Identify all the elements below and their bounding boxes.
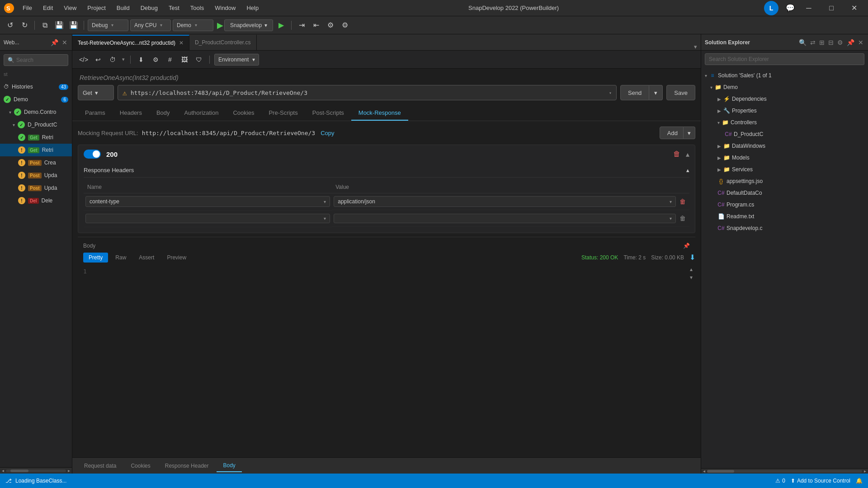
empty-value-input[interactable]: ▾ — [334, 214, 676, 223]
sol-defaultdata-item[interactable]: C# DefaultDataCo — [701, 187, 868, 199]
url-input[interactable]: ⚠ https://localhost:7483/api/D_Product/R… — [118, 85, 617, 100]
histories-item[interactable]: ⏱ Histories 43 — [0, 80, 72, 93]
bottom-tab-response-header[interactable]: Response Header — [159, 460, 215, 472]
body-tab-pretty[interactable]: Pretty — [83, 253, 108, 263]
tab-cookies[interactable]: Cookies — [226, 106, 261, 121]
url-dropdown-arrow[interactable]: ▾ — [609, 90, 612, 95]
body-tab-raw[interactable]: Raw — [110, 253, 132, 263]
settings-icon[interactable]: ⚙ — [150, 54, 161, 66]
body-tab-preview[interactable]: Preview — [161, 253, 192, 263]
sol-appsettings-item[interactable]: {} appsettings.jso — [701, 175, 868, 187]
menu-window[interactable]: Window — [210, 3, 240, 13]
sol-close-icon[interactable]: ✕ — [857, 38, 864, 47]
sol-scrollbar-thumb[interactable] — [707, 470, 734, 473]
resp-headers-title[interactable]: Response Headers ▴ — [84, 163, 689, 178]
body-tab-assert[interactable]: Assert — [133, 253, 160, 263]
tab-authorization[interactable]: Authorization — [177, 106, 226, 121]
environment-dropdown[interactable]: Environment ▾ — [214, 54, 259, 66]
sol-settings-icon[interactable]: ⚙ — [836, 38, 844, 47]
sol-expand-icon[interactable]: ⊞ — [818, 38, 826, 47]
api-item-5[interactable]: ! Del Dele — [0, 194, 72, 207]
sidebar-close-icon[interactable]: ✕ — [61, 38, 68, 47]
demo-item[interactable]: ✓ Demo 6 — [0, 93, 72, 106]
api-item-2[interactable]: ! Post Crea — [0, 156, 72, 169]
menu-debug[interactable]: Debug — [136, 3, 162, 13]
copy-button[interactable]: Copy — [321, 130, 334, 136]
bottom-tab-request-data[interactable]: Request data — [78, 460, 123, 472]
demo-controller-item[interactable]: ▾ ✓ Demo.Contro — [0, 106, 72, 118]
menu-tools[interactable]: Tools — [186, 3, 208, 13]
tool-4[interactable]: ⚙ — [339, 19, 351, 32]
save-button[interactable]: Save — [666, 85, 695, 100]
add-dropdown[interactable]: ▾ — [684, 127, 695, 139]
api-item-3[interactable]: ! Post Upda — [0, 169, 72, 182]
project-dropdown[interactable]: Demo ▾ — [173, 19, 213, 31]
tool-1[interactable]: ⇥ — [295, 19, 308, 32]
platform-dropdown[interactable]: Any CPU ▾ — [130, 19, 171, 31]
left-search-box[interactable]: 🔍 Search — [4, 54, 68, 66]
sol-collapse-icon[interactable]: ⊟ — [827, 38, 835, 47]
sol-demo-item[interactable]: ▾ 📁 Demo — [701, 81, 868, 93]
sol-controllers-item[interactable]: ▾ 📁 Controllers — [701, 117, 868, 128]
menu-help[interactable]: Help — [242, 3, 263, 13]
sol-sync-icon[interactable]: ⇄ — [809, 38, 816, 47]
sidebar-pin-icon[interactable]: 📌 — [50, 38, 59, 47]
status-branch-icon[interactable]: ⎇ — [5, 478, 12, 484]
source-control-button[interactable]: ⬆ Add to Source Control — [791, 478, 850, 484]
sol-program-item[interactable]: C# Program.cs — [701, 199, 868, 211]
menu-edit[interactable]: Edit — [38, 3, 57, 13]
tab-pre-scripts[interactable]: Pre-Scripts — [261, 106, 305, 121]
sol-scroll-right[interactable]: ▸ — [864, 469, 866, 474]
response-toggle[interactable] — [84, 150, 101, 159]
photo-icon[interactable]: 🖼 — [179, 54, 190, 66]
api-item-1[interactable]: ! Get Retri — [0, 144, 72, 156]
close-button[interactable]: ✕ — [844, 0, 864, 16]
import-icon[interactable]: ⬇ — [135, 54, 147, 66]
body-scroll-down[interactable]: ▾ — [688, 273, 694, 282]
save-all-icon[interactable]: 💾 — [67, 19, 80, 32]
collapse-response-icon[interactable]: ▴ — [686, 150, 689, 159]
minimize-button[interactable]: ─ — [798, 0, 819, 16]
tab-test[interactable]: Test-RetrieveOneAsync...nt32 productid) … — [72, 35, 189, 50]
api-item-0[interactable]: ✓ Get Retri — [0, 131, 72, 144]
menu-file[interactable]: File — [18, 3, 37, 13]
tool-3[interactable]: ⚙ — [324, 19, 337, 32]
tab-mock-response[interactable]: Mock-Response — [351, 106, 408, 121]
sol-solution-item[interactable]: ▾ ≡ Solution 'Sales' (1 of 1 — [701, 70, 868, 81]
response-header-200[interactable]: 200 🗑 ▴ — [78, 145, 695, 163]
sol-search-icon[interactable]: 🔍 — [798, 38, 807, 47]
tab-post-scripts[interactable]: Post-Scripts — [305, 106, 351, 121]
send-dropdown[interactable]: ▾ — [649, 85, 663, 100]
sol-dependencies-item[interactable]: ▶ ⚡ Dependencies — [701, 93, 868, 105]
menu-project[interactable]: Project — [83, 3, 110, 13]
content-type-value-input[interactable]: application/json ▾ — [334, 196, 676, 207]
sol-snapdevelop-item[interactable]: C# Snapdevelop.c — [701, 222, 868, 234]
body-pin-icon[interactable]: 📌 — [683, 243, 690, 249]
api-item-4[interactable]: ! Post Upda — [0, 182, 72, 194]
hash-icon[interactable]: # — [164, 54, 176, 66]
empty-name-input[interactable]: ▾ — [85, 214, 330, 223]
undo-icon[interactable]: ↩ — [92, 54, 104, 66]
sol-datawindows-item[interactable]: ▶ 📁 DataWindows — [701, 140, 868, 152]
sol-services-item[interactable]: ▶ 📁 Services — [701, 164, 868, 175]
run-btn-2[interactable]: ▶ — [275, 19, 288, 32]
sol-dproduct-item[interactable]: C# D_ProductC — [701, 128, 868, 140]
tab-headers[interactable]: Headers — [113, 106, 149, 121]
debug-config-dropdown[interactable]: Debug ▾ — [88, 19, 128, 31]
clock-icon[interactable]: ⏱ — [107, 54, 118, 66]
scroll-left-icon[interactable]: ◂ — [2, 468, 4, 473]
status-errors[interactable]: ⚠ 0 — [775, 478, 785, 484]
tool-2[interactable]: ⇤ — [310, 19, 322, 32]
delete-empty-header-icon[interactable]: 🗑 — [678, 213, 688, 224]
sol-pin-icon[interactable]: 📌 — [846, 38, 855, 47]
save-icon[interactable]: 💾 — [53, 19, 66, 32]
code-view-icon[interactable]: </> — [78, 54, 90, 66]
sol-models-item[interactable]: ▶ 📁 Models — [701, 152, 868, 164]
chat-icon[interactable]: 💬 — [784, 2, 797, 14]
sol-search-box[interactable]: Search Solution Explorer — [705, 53, 864, 65]
tab-params[interactable]: Params — [78, 106, 113, 121]
new-window-icon[interactable]: ⧉ — [38, 19, 51, 32]
menu-build[interactable]: Build — [112, 3, 134, 13]
product-controller-item[interactable]: ▾ ✓ D_ProductC — [0, 118, 72, 131]
maximize-button[interactable]: □ — [821, 0, 842, 16]
